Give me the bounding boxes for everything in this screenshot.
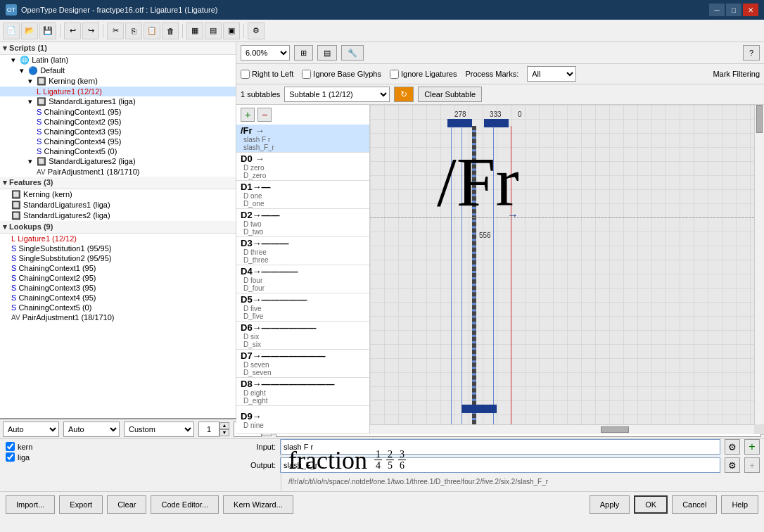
- view1-button[interactable]: ▦: [186, 23, 203, 39]
- feat-stdlig1-item[interactable]: 🔲 StandardLigatures1 (liga): [0, 200, 236, 210]
- list-item-3[interactable]: D2→—— D two D_two: [236, 209, 369, 237]
- table-btn[interactable]: ▤: [317, 45, 337, 61]
- undo-button[interactable]: ↩: [64, 23, 81, 39]
- kerning-item[interactable]: ▾ 🔲 Kerning (kern): [0, 76, 236, 87]
- chain3-item[interactable]: S ChainingContext3 (95): [0, 127, 236, 137]
- kern-wizard-button[interactable]: Kern Wizard...: [223, 495, 293, 514]
- lk-ss2-item[interactable]: S SingleSubstitution2 (95/95): [0, 253, 236, 263]
- bottom-dropdown-1[interactable]: Auto: [3, 422, 59, 437]
- std-lig2-item[interactable]: ▾ 🔲 StandardLigatures2 (liga): [0, 156, 236, 167]
- list-item-7[interactable]: D6→—————— D six D_six: [236, 322, 369, 350]
- lk-pa1-item[interactable]: AV PairAdjustment1 (18/1710): [0, 312, 236, 322]
- list-item-2[interactable]: D1→— D one D_one: [236, 181, 369, 209]
- feat-stdlig2-item[interactable]: 🔲 StandardLigatures2 (liga): [0, 210, 236, 221]
- liga-checkbox[interactable]: [6, 452, 15, 462]
- redo-button[interactable]: ↪: [82, 23, 99, 39]
- stepper-down-1[interactable]: ▼: [219, 429, 229, 436]
- cancel-button[interactable]: Cancel: [672, 495, 717, 514]
- copy-button[interactable]: ⎘: [125, 23, 142, 39]
- kern-checkbox-label[interactable]: kern: [6, 442, 275, 451]
- fit-btn[interactable]: ⊞: [294, 45, 313, 61]
- list-item-4[interactable]: D3→——— D three D_three: [236, 237, 369, 265]
- list-item-8[interactable]: D7→——————— D seven D_seven: [236, 350, 369, 378]
- remove-item-button[interactable]: −: [257, 108, 272, 122]
- list-item-5[interactable]: D4→———— D four D_four: [236, 265, 369, 293]
- view3-button[interactable]: ▣: [223, 23, 240, 39]
- list-item-10[interactable]: D9→ D nine: [236, 406, 369, 434]
- bottom-dropdown-3[interactable]: Custom: [124, 422, 194, 437]
- process-marks-select[interactable]: All: [527, 66, 576, 82]
- help-button[interactable]: Help: [721, 495, 758, 514]
- lk-cc5-item[interactable]: S ChainingContext5 (0): [0, 303, 236, 312]
- num-input-1[interactable]: [198, 422, 219, 437]
- open-button[interactable]: 📂: [21, 23, 38, 39]
- liga-checkbox-label[interactable]: liga: [6, 452, 275, 462]
- ignore-base-glyphs-checkbox[interactable]: [302, 70, 311, 79]
- add-item-button[interactable]: +: [241, 108, 255, 122]
- stepper-1[interactable]: ▲ ▼: [219, 422, 229, 436]
- default-item[interactable]: ▾ 🔵 Default: [0, 65, 236, 76]
- chain5-item[interactable]: S ChainingContext5 (0): [0, 146, 236, 156]
- scrollbar-thumb-h[interactable]: [601, 426, 629, 433]
- view2-button[interactable]: ▤: [205, 23, 222, 39]
- zoom-select[interactable]: 6.00%: [241, 45, 290, 61]
- right-to-left-check[interactable]: Right to Left: [241, 70, 293, 79]
- apply-button[interactable]: Apply: [590, 495, 630, 514]
- kern-checkbox[interactable]: [6, 442, 15, 451]
- ignore-ligatures-checkbox[interactable]: [390, 70, 399, 79]
- lookup-icon: L: [37, 87, 41, 96]
- settings-button[interactable]: ⚙: [248, 23, 265, 39]
- chain2-item[interactable]: S ChainingContext2 (95): [0, 117, 236, 127]
- export-button[interactable]: Export: [59, 495, 103, 514]
- item-glyph-9: D8→————————: [241, 379, 335, 389]
- chain1-item[interactable]: S ChainingContext1 (95): [0, 107, 236, 117]
- ruler-556: 556: [479, 232, 491, 239]
- eyedrop-btn[interactable]: 🔧: [341, 45, 364, 61]
- right-to-left-checkbox[interactable]: [241, 70, 250, 79]
- code-editor-button[interactable]: Code Editor...: [151, 495, 219, 514]
- ligature1-item[interactable]: L Ligature1 (12/12): [0, 87, 236, 96]
- list-item-6[interactable]: D5→————— D five D_five: [236, 293, 369, 322]
- lk-cc1-item[interactable]: S ChainingContext1 (95): [0, 263, 236, 273]
- delete-button[interactable]: 🗑: [162, 23, 179, 39]
- std-lig1-item[interactable]: ▾ 🔲 StandardLigatures1 (liga): [0, 96, 236, 107]
- bottom-dropdown-2[interactable]: Auto: [63, 422, 120, 437]
- latin-item[interactable]: ▾ 🌐 Latin (latn): [0, 55, 236, 65]
- pair-adj1-item[interactable]: AV PairAdjustment1 (18/1710): [0, 167, 236, 177]
- horizontal-scrollbar[interactable]: [370, 424, 754, 434]
- close-button[interactable]: ✕: [743, 4, 758, 16]
- lk-lig1-item[interactable]: L Ligature1 (12/12): [0, 234, 236, 243]
- clear-button[interactable]: Clear: [107, 495, 146, 514]
- minimize-button[interactable]: ─: [709, 4, 725, 16]
- feat-kern-item[interactable]: 🔲 Kerning (kern): [0, 189, 236, 200]
- sep2: [103, 24, 103, 38]
- std-lig2-label: StandardLigatures2 (liga): [49, 157, 136, 165]
- import-button[interactable]: Import...: [6, 495, 55, 514]
- lk-ss1-item[interactable]: S SingleSubstitution1 (95/95): [0, 243, 236, 253]
- save-button[interactable]: 💾: [39, 23, 56, 39]
- ignore-ligatures-check[interactable]: Ignore Ligatures: [390, 70, 457, 79]
- cut-button[interactable]: ✂: [107, 23, 124, 39]
- lk-cc2-item[interactable]: S ChainingContext2 (95): [0, 273, 236, 283]
- right-to-left-label: Right to Left: [252, 70, 293, 78]
- chain4-item[interactable]: S ChainingContext4 (95): [0, 137, 236, 146]
- subtable-select[interactable]: Subtable 1 (12/12): [284, 87, 390, 102]
- lk-cc4-item[interactable]: S ChainingContext4 (95): [0, 293, 236, 303]
- maximize-button[interactable]: □: [726, 4, 741, 16]
- help-icon-btn[interactable]: ?: [743, 45, 760, 61]
- paste-button[interactable]: 📋: [144, 23, 160, 39]
- list-item-0[interactable]: /Fr → slash F r slash_F_r: [236, 125, 369, 153]
- lk-cc3-item[interactable]: S ChainingContext3 (95): [0, 283, 236, 293]
- new-button[interactable]: 📄: [3, 23, 20, 39]
- stepper-up-1[interactable]: ▲: [219, 422, 229, 429]
- ignore-base-glyphs-check[interactable]: Ignore Base Glyphs: [302, 70, 381, 79]
- list-item-9[interactable]: D8→———————— D eight D_eight: [236, 378, 369, 406]
- rp-checks: Right to Left Ignore Base Glyphs Ignore …: [236, 64, 764, 84]
- ok-button[interactable]: OK: [634, 495, 668, 514]
- list-item-1[interactable]: D0 → D zero D_zero: [236, 153, 369, 181]
- scrollbar-thumb-v[interactable]: [756, 105, 763, 133]
- subtable-refresh-btn[interactable]: ↻: [394, 87, 414, 102]
- rp-toolbar: 6.00% ⊞ ▤ 🔧 ?: [236, 42, 764, 64]
- vertical-scrollbar[interactable]: [754, 105, 764, 424]
- clear-subtable-button[interactable]: Clear Subtable: [418, 87, 482, 102]
